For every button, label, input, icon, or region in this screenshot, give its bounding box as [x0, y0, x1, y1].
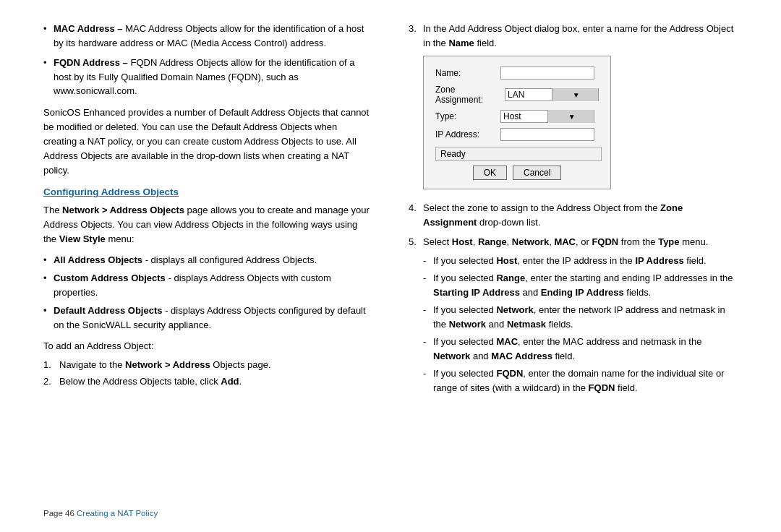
network-para-pre: The	[43, 205, 62, 215]
right-steps-4-5: 4. Select the zone to assign to the Addr…	[409, 201, 738, 398]
network-bold: Network > Address Objects	[62, 205, 184, 215]
step4-content: Select the zone to assign to the Address…	[423, 201, 738, 229]
dialog-zone-row: Zone Assignment: LAN ▼	[435, 85, 599, 105]
dash5: - If you selected FQDN, enter the domain…	[423, 366, 738, 395]
page-footer: Page 46 Creating a NAT Policy	[43, 506, 738, 518]
top-bullet-list: MAC Address – MAC Address Objects allow …	[43, 22, 372, 98]
step2-bold: Add	[221, 376, 239, 387]
step5-bold2: Range	[478, 236, 507, 247]
step3-bold: Name	[448, 38, 474, 48]
dash1-pre: If you selected	[433, 255, 496, 266]
step4-num: 4.	[409, 201, 423, 229]
dash5-bold: FQDN	[496, 368, 523, 379]
all-objects-text: - displays all configured Address Object…	[142, 254, 317, 265]
ip-input[interactable]	[500, 128, 594, 141]
step5-post: from the	[618, 236, 658, 247]
dash5-pre: If you selected	[433, 368, 496, 379]
view-style-list: All Address Objects - displays all confi…	[43, 253, 372, 332]
step1-num: 1.	[43, 358, 59, 372]
right-steps: 3. In the Add Address Object dialog box,…	[409, 22, 738, 50]
dash1-post: field.	[684, 255, 707, 266]
dialog-ip-row: IP Address:	[435, 128, 599, 141]
dash2-and: and	[520, 287, 541, 298]
type-select[interactable]: Host ▼	[500, 110, 594, 123]
ready-bar: Ready	[435, 147, 602, 161]
dash3-content: If you selected Network, enter the netwo…	[433, 303, 738, 331]
dash4: - If you selected MAC, enter the MAC add…	[423, 335, 738, 363]
dash2-mid: , enter the starting and ending IP addre…	[525, 273, 733, 283]
zone-label: Zone Assignment:	[435, 85, 505, 105]
footer-link[interactable]: Creating a NAT Policy	[77, 509, 158, 518]
right-step3: 3. In the Add Address Object dialog box,…	[409, 22, 738, 50]
zone-select[interactable]: LAN ▼	[505, 88, 599, 101]
configuring-heading: Configuring Address Objects	[43, 186, 372, 197]
network-para: The Network > Address Objects page allow…	[43, 203, 372, 246]
type-arrow-icon: ▼	[547, 110, 594, 123]
to-add-text: To add an Address Object:	[43, 339, 372, 353]
type-label: Type:	[435, 111, 500, 121]
dash3-pre: If you selected	[433, 304, 496, 315]
right-column: 3. In the Add Address Object dialog box,…	[401, 22, 738, 496]
right-step4: 4. Select the zone to assign to the Addr…	[409, 201, 738, 229]
dash4-bold2: Network	[433, 351, 470, 361]
dash2-bold3: Ending IP Address	[541, 287, 624, 298]
page-container: MAC Address – MAC Address Objects allow …	[0, 0, 781, 532]
dialog-box: Name: Zone Assignment: LAN ▼ Type: Hos	[423, 56, 611, 189]
all-objects-item: All Address Objects - displays all confi…	[43, 253, 372, 267]
right-step5: 5. Select Host, Range, Network, MAC, or …	[409, 235, 738, 398]
custom-objects-item: Custom Address Objects - displays Addres…	[43, 271, 372, 299]
ip-label: IP Address:	[435, 129, 500, 140]
step1-bold: Network > Address	[125, 359, 210, 370]
step5-content: Select Host, Range, Network, MAC, or FQD…	[423, 235, 738, 398]
dash1-content: If you selected Host, enter the IP addre…	[433, 254, 738, 268]
dash1-bold2: IP Address	[635, 255, 683, 266]
content-area: MAC Address – MAC Address Objects allow …	[43, 22, 738, 496]
step1-content: Navigate to the Network > Address Object…	[59, 358, 271, 372]
ready-section: Ready OK Cancel	[435, 147, 599, 180]
step1: 1. Navigate to the Network > Address Obj…	[43, 358, 372, 372]
step5-mid1: ,	[473, 236, 478, 247]
fqdn-bold: FQDN Address –	[54, 57, 128, 68]
dash1-symbol: -	[423, 254, 433, 268]
dash5-content: If you selected FQDN, enter the domain n…	[433, 366, 738, 395]
dash3-bold: Network	[496, 304, 533, 315]
dash2-pre: If you selected	[433, 273, 496, 283]
zone-arrow-icon: ▼	[552, 88, 598, 101]
step3-num: 3.	[409, 22, 423, 50]
dash2-bold: Range	[496, 273, 525, 283]
zone-value: LAN	[505, 90, 551, 100]
default-objects-item: Default Address Objects - displays Addre…	[43, 304, 372, 332]
cancel-button[interactable]: Cancel	[513, 166, 561, 180]
step2-post: .	[239, 376, 242, 387]
dash3-and: and	[486, 319, 507, 330]
dialog-name-row: Name:	[435, 66, 599, 80]
left-column: MAC Address – MAC Address Objects allow …	[43, 22, 380, 496]
step2: 2. Below the Address Objects table, clic…	[43, 374, 372, 389]
name-input[interactable]	[500, 66, 594, 80]
dash3-post: fields.	[546, 319, 573, 330]
dash4-pre: If you selected	[433, 336, 496, 347]
step4-pre: Select the zone to assign to the Address…	[423, 202, 660, 213]
dash4-post: field.	[552, 351, 575, 361]
dash5-symbol: -	[423, 366, 433, 395]
dash3-bold3: Netmask	[507, 319, 546, 330]
step1-pre: Navigate to the	[59, 359, 125, 370]
sonicwall-para: SonicOS Enhanced provides a number of De…	[43, 106, 372, 179]
step5-pre: Select	[423, 236, 452, 247]
ok-button[interactable]: OK	[473, 166, 507, 180]
dash2-symbol: -	[423, 271, 433, 299]
step5-bold5: FQDN	[592, 236, 618, 247]
dash4-mid: , enter the MAC address and netmask in t…	[518, 336, 701, 347]
type-value: Host	[501, 111, 547, 121]
step5-bold1: Host	[452, 236, 473, 247]
bullet-fqdn: FQDN Address – FQDN Address Objects allo…	[43, 56, 372, 98]
step5-num: 5.	[409, 235, 423, 398]
dash4-symbol: -	[423, 335, 433, 363]
dash3-bold2: Network	[449, 319, 486, 330]
all-objects-bold: All Address Objects	[54, 254, 142, 265]
step1-post: Objects page.	[210, 359, 271, 370]
step2-content: Below the Address Objects table, click A…	[59, 374, 242, 389]
view-style-bold: View Style	[59, 233, 106, 244]
type-dash-list: - If you selected Host, enter the IP add…	[423, 254, 738, 395]
step5-mid4: , or	[576, 236, 592, 247]
